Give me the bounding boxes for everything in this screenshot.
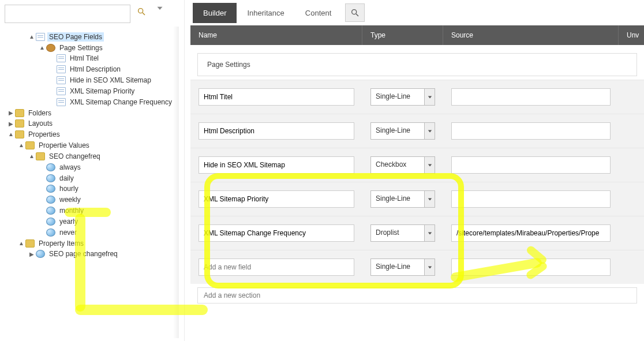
field-type-select[interactable]: Checkbox — [370, 156, 435, 174]
field-source-input[interactable] — [451, 190, 611, 208]
add-section-row — [197, 287, 637, 303]
field-name-input[interactable] — [199, 88, 354, 106]
chevron-down-icon[interactable] — [424, 191, 435, 207]
field-row: Single-Line — [190, 114, 644, 148]
tree-node-label: Hide in SEO XML Sitemap — [68, 76, 153, 85]
tree-node[interactable]: never — [2, 227, 182, 238]
field-row: Single-Line — [190, 80, 644, 114]
tree-node[interactable]: always — [2, 162, 182, 173]
tree-node[interactable]: weekly — [2, 194, 182, 205]
svg-marker-7 — [428, 164, 431, 166]
search-icon[interactable] — [134, 5, 148, 18]
tree-node[interactable]: ▶Folders — [2, 107, 182, 118]
field-source-input[interactable] — [451, 156, 611, 174]
tree-toggle[interactable]: ▲ — [8, 131, 14, 137]
tree-node[interactable]: ▶Layouts — [2, 118, 182, 129]
field-source-input[interactable] — [451, 88, 611, 106]
tree-node-label: Html Titel — [68, 54, 100, 63]
field-type-select[interactable]: Single-Line — [370, 88, 435, 106]
tree-node-label: SEO page changefreq — [47, 249, 119, 258]
field-type-select[interactable]: Single-Line — [370, 122, 435, 140]
chevron-down-icon[interactable] — [156, 5, 167, 15]
ball-icon — [46, 218, 55, 226]
svg-point-0 — [138, 9, 143, 13]
tab-inheritance[interactable]: Inheritance — [237, 3, 294, 23]
chevron-down-icon[interactable] — [424, 225, 435, 241]
field-type-select[interactable]: Droplist — [370, 224, 435, 242]
tree-node[interactable]: ▲Page Settings — [2, 42, 182, 53]
field-source-input[interactable] — [451, 122, 611, 140]
tree-node[interactable]: ▲SEO Page Fields — [2, 31, 182, 42]
folder-icon — [15, 109, 24, 117]
tree-node-label: yearly — [58, 217, 80, 226]
content-tree: ▲SEO Page Fields▲Page SettingsHtml Titel… — [0, 31, 184, 271]
tree-node[interactable]: Hide in SEO XML Sitemap — [2, 74, 182, 85]
tree-node-label: XML Sitemap Priority — [68, 87, 136, 96]
tree-node[interactable]: yearly — [2, 216, 182, 227]
page-icon — [57, 76, 66, 84]
svg-marker-8 — [428, 198, 431, 200]
folder-icon — [15, 130, 24, 138]
tree-node[interactable]: ▶SEO page changefreq — [2, 249, 182, 260]
field-source-input[interactable] — [451, 258, 611, 276]
tree-node-label: hourly — [58, 184, 80, 193]
tree-node[interactable]: monthly — [2, 205, 182, 216]
tree-node-label: Layouts — [27, 119, 54, 128]
tree-node[interactable]: hourly — [2, 183, 182, 194]
column-header-source: Source — [443, 25, 619, 45]
tree-node-label: Folders — [27, 108, 53, 118]
field-source-input[interactable] — [451, 224, 611, 242]
svg-line-1 — [143, 13, 145, 15]
svg-marker-2 — [157, 7, 162, 10]
tree-node[interactable]: Html Titel — [2, 53, 182, 64]
field-type-select[interactable]: Single-Line — [370, 190, 435, 208]
tree-toggle[interactable]: ▲ — [18, 240, 24, 246]
ball-icon — [36, 250, 45, 258]
tree-node[interactable]: ▲SEO changefreq — [2, 151, 182, 162]
tree-node[interactable]: ▲Propertie Values — [2, 140, 182, 151]
tree-node[interactable]: XML Sitemap Priority — [2, 85, 182, 96]
field-name-input[interactable] — [199, 190, 354, 208]
field-name-input[interactable] — [199, 122, 354, 140]
tree-toggle[interactable]: ▶ — [8, 110, 14, 116]
tree-node[interactable]: Html Description — [2, 63, 182, 74]
tab-content[interactable]: Content — [295, 3, 342, 23]
field-name-input[interactable] — [199, 156, 354, 174]
tree-toggle[interactable]: ▲ — [39, 44, 45, 51]
tree-node-label: weekly — [58, 195, 83, 204]
tree-toggle[interactable]: ▲ — [18, 142, 24, 148]
tree-toggle[interactable]: ▲ — [29, 33, 35, 40]
chevron-down-icon[interactable] — [424, 123, 435, 139]
svg-marker-10 — [428, 266, 431, 268]
search-tab-button[interactable] — [345, 3, 365, 22]
tree-node[interactable]: daily — [2, 173, 182, 183]
chevron-down-icon[interactable] — [424, 89, 435, 105]
svg-line-4 — [356, 14, 358, 16]
tree-node[interactable]: ▲Property Items — [2, 238, 182, 249]
tree-node[interactable]: ▲Properties — [2, 129, 182, 140]
tree-node-label: Property Items — [37, 239, 85, 248]
add-section-input[interactable] — [197, 287, 637, 303]
section-header[interactable]: Page Settings — [197, 53, 637, 76]
sidebar-search-row — [0, 0, 184, 31]
tree-toggle[interactable]: ▶ — [29, 251, 35, 257]
tree-toggle[interactable]: ▲ — [29, 153, 35, 159]
field-type-select[interactable]: Single-Line — [370, 258, 435, 276]
svg-point-3 — [352, 10, 357, 14]
ball-icon — [46, 174, 55, 182]
fields-rows: Single-LineSingle-LineCheckboxSingle-Lin… — [190, 80, 644, 284]
field-row: Droplist — [190, 216, 644, 250]
chevron-down-icon[interactable] — [424, 259, 435, 275]
tab-builder[interactable]: Builder — [193, 3, 237, 23]
ball-icon — [46, 163, 55, 171]
sidebar-search-input[interactable] — [5, 5, 130, 23]
add-field-input[interactable] — [199, 258, 354, 276]
field-row: Checkbox — [190, 148, 644, 182]
folder-icon — [25, 239, 35, 248]
chevron-down-icon[interactable] — [424, 157, 435, 173]
field-name-input[interactable] — [199, 224, 354, 242]
tree-node-label: Page Settings — [58, 43, 104, 53]
tree-node[interactable]: XML Sitemap Change Frequency — [2, 96, 182, 107]
scroll-shadow — [173, 27, 179, 338]
tree-toggle[interactable]: ▶ — [8, 121, 14, 127]
